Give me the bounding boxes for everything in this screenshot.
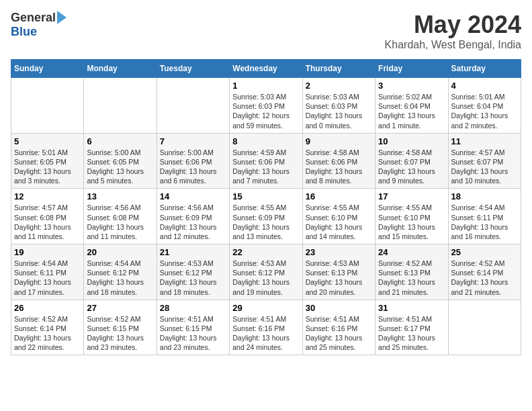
title-section: May 2024 Khardah, West Bengal, India <box>385 11 521 51</box>
day-number: 2 <box>306 81 372 91</box>
cell-sun-info: Sunrise: 4:54 AM Sunset: 6:12 PM Dayligh… <box>87 259 153 297</box>
calendar-cell: 4Sunrise: 5:01 AM Sunset: 6:04 PM Daylig… <box>448 78 521 134</box>
calendar-cell: 3Sunrise: 5:02 AM Sunset: 6:04 PM Daylig… <box>375 78 448 134</box>
calendar-cell: 18Sunrise: 4:54 AM Sunset: 6:11 PM Dayli… <box>448 189 521 244</box>
calendar-header: SundayMondayTuesdayWednesdayThursdayFrid… <box>11 60 521 78</box>
cell-sun-info: Sunrise: 4:53 AM Sunset: 6:12 PM Dayligh… <box>232 259 299 297</box>
calendar-cell: 10Sunrise: 4:58 AM Sunset: 6:07 PM Dayli… <box>375 133 448 189</box>
calendar-cell: 9Sunrise: 4:58 AM Sunset: 6:06 PM Daylig… <box>302 133 375 189</box>
day-number: 26 <box>14 303 81 313</box>
calendar-cell <box>157 78 229 134</box>
cell-sun-info: Sunrise: 4:52 AM Sunset: 6:14 PM Dayligh… <box>14 314 81 353</box>
month-year-title: May 2024 <box>385 11 521 39</box>
calendar-cell: 8Sunrise: 4:59 AM Sunset: 6:06 PM Daylig… <box>230 133 302 189</box>
location-subtitle: Khardah, West Bengal, India <box>385 39 521 51</box>
calendar-cell: 24Sunrise: 4:52 AM Sunset: 6:13 PM Dayli… <box>375 244 448 300</box>
cell-sun-info: Sunrise: 4:54 AM Sunset: 6:11 PM Dayligh… <box>14 259 81 297</box>
cell-sun-info: Sunrise: 4:52 AM Sunset: 6:14 PM Dayligh… <box>451 259 518 297</box>
day-number: 5 <box>14 136 81 146</box>
header-cell-monday: Monday <box>84 60 157 78</box>
calendar-cell: 29Sunrise: 4:51 AM Sunset: 6:16 PM Dayli… <box>230 300 302 355</box>
calendar-cell: 14Sunrise: 4:56 AM Sunset: 6:09 PM Dayli… <box>157 189 229 244</box>
cell-sun-info: Sunrise: 4:57 AM Sunset: 6:08 PM Dayligh… <box>14 203 81 241</box>
cell-sun-info: Sunrise: 5:01 AM Sunset: 6:04 PM Dayligh… <box>451 92 518 130</box>
calendar-cell: 25Sunrise: 4:52 AM Sunset: 6:14 PM Dayli… <box>448 244 521 300</box>
calendar-cell: 7Sunrise: 5:00 AM Sunset: 6:06 PM Daylig… <box>157 133 229 189</box>
day-number: 22 <box>232 247 299 257</box>
calendar-cell <box>84 78 157 134</box>
calendar-cell: 12Sunrise: 4:57 AM Sunset: 6:08 PM Dayli… <box>11 189 84 244</box>
cell-sun-info: Sunrise: 4:51 AM Sunset: 6:16 PM Dayligh… <box>306 314 372 353</box>
calendar-cell: 5Sunrise: 5:01 AM Sunset: 6:05 PM Daylig… <box>11 133 84 189</box>
week-row-3: 12Sunrise: 4:57 AM Sunset: 6:08 PM Dayli… <box>11 189 521 244</box>
cell-sun-info: Sunrise: 4:55 AM Sunset: 6:09 PM Dayligh… <box>232 203 299 241</box>
day-number: 14 <box>160 191 226 201</box>
day-number: 31 <box>378 303 445 313</box>
calendar-cell: 2Sunrise: 5:03 AM Sunset: 6:03 PM Daylig… <box>302 78 375 134</box>
day-number: 16 <box>306 191 372 201</box>
day-number: 7 <box>160 136 226 146</box>
cell-sun-info: Sunrise: 5:01 AM Sunset: 6:05 PM Dayligh… <box>14 148 81 186</box>
header-cell-saturday: Saturday <box>448 60 521 78</box>
calendar-cell: 22Sunrise: 4:53 AM Sunset: 6:12 PM Dayli… <box>230 244 302 300</box>
day-number: 13 <box>87 191 153 201</box>
day-number: 28 <box>160 303 226 313</box>
logo-general: General <box>11 11 56 25</box>
cell-sun-info: Sunrise: 4:51 AM Sunset: 6:15 PM Dayligh… <box>160 314 226 353</box>
calendar-cell: 27Sunrise: 4:52 AM Sunset: 6:15 PM Dayli… <box>84 300 157 355</box>
week-row-4: 19Sunrise: 4:54 AM Sunset: 6:11 PM Dayli… <box>11 244 521 300</box>
header-row: SundayMondayTuesdayWednesdayThursdayFrid… <box>11 60 521 78</box>
header-cell-tuesday: Tuesday <box>157 60 229 78</box>
cell-sun-info: Sunrise: 4:54 AM Sunset: 6:11 PM Dayligh… <box>451 203 518 241</box>
logo-arrow-icon <box>57 11 66 24</box>
logo: General Blue <box>11 11 66 39</box>
calendar-cell: 15Sunrise: 4:55 AM Sunset: 6:09 PM Dayli… <box>230 189 302 244</box>
calendar-table: SundayMondayTuesdayWednesdayThursdayFrid… <box>11 59 521 355</box>
header-cell-sunday: Sunday <box>11 60 84 78</box>
day-number: 30 <box>306 303 372 313</box>
calendar-cell: 11Sunrise: 4:57 AM Sunset: 6:07 PM Dayli… <box>448 133 521 189</box>
day-number: 11 <box>451 136 518 146</box>
day-number: 1 <box>232 81 299 91</box>
calendar-cell: 19Sunrise: 4:54 AM Sunset: 6:11 PM Dayli… <box>11 244 84 300</box>
cell-sun-info: Sunrise: 4:56 AM Sunset: 6:08 PM Dayligh… <box>87 203 153 241</box>
header-cell-thursday: Thursday <box>302 60 375 78</box>
cell-sun-info: Sunrise: 4:52 AM Sunset: 6:13 PM Dayligh… <box>378 259 445 297</box>
day-number: 8 <box>232 136 299 146</box>
week-row-2: 5Sunrise: 5:01 AM Sunset: 6:05 PM Daylig… <box>11 133 521 189</box>
cell-sun-info: Sunrise: 4:53 AM Sunset: 6:13 PM Dayligh… <box>306 259 372 297</box>
day-number: 21 <box>160 247 226 257</box>
calendar-cell: 6Sunrise: 5:00 AM Sunset: 6:05 PM Daylig… <box>84 133 157 189</box>
calendar-cell: 1Sunrise: 5:03 AM Sunset: 6:03 PM Daylig… <box>230 78 302 134</box>
day-number: 17 <box>378 191 445 201</box>
cell-sun-info: Sunrise: 4:55 AM Sunset: 6:10 PM Dayligh… <box>306 203 372 241</box>
logo-blue: Blue <box>11 25 37 39</box>
cell-sun-info: Sunrise: 4:58 AM Sunset: 6:06 PM Dayligh… <box>306 148 372 186</box>
calendar-cell <box>448 300 521 355</box>
day-number: 18 <box>451 191 518 201</box>
calendar-cell: 28Sunrise: 4:51 AM Sunset: 6:15 PM Dayli… <box>157 300 229 355</box>
cell-sun-info: Sunrise: 5:00 AM Sunset: 6:05 PM Dayligh… <box>87 148 153 186</box>
day-number: 27 <box>87 303 153 313</box>
day-number: 20 <box>87 247 153 257</box>
day-number: 9 <box>306 136 372 146</box>
week-row-5: 26Sunrise: 4:52 AM Sunset: 6:14 PM Dayli… <box>11 300 521 355</box>
cell-sun-info: Sunrise: 4:58 AM Sunset: 6:07 PM Dayligh… <box>378 148 445 186</box>
calendar-body: 1Sunrise: 5:03 AM Sunset: 6:03 PM Daylig… <box>11 78 521 355</box>
cell-sun-info: Sunrise: 4:56 AM Sunset: 6:09 PM Dayligh… <box>160 203 226 241</box>
day-number: 4 <box>451 81 518 91</box>
day-number: 25 <box>451 247 518 257</box>
cell-sun-info: Sunrise: 5:00 AM Sunset: 6:06 PM Dayligh… <box>160 148 226 186</box>
page-header: General Blue May 2024 Khardah, West Beng… <box>11 11 521 51</box>
cell-sun-info: Sunrise: 5:02 AM Sunset: 6:04 PM Dayligh… <box>378 92 445 130</box>
cell-sun-info: Sunrise: 5:03 AM Sunset: 6:03 PM Dayligh… <box>232 92 299 130</box>
calendar-cell: 30Sunrise: 4:51 AM Sunset: 6:16 PM Dayli… <box>302 300 375 355</box>
calendar-cell: 16Sunrise: 4:55 AM Sunset: 6:10 PM Dayli… <box>302 189 375 244</box>
day-number: 29 <box>232 303 299 313</box>
cell-sun-info: Sunrise: 4:52 AM Sunset: 6:15 PM Dayligh… <box>87 314 153 353</box>
day-number: 24 <box>378 247 445 257</box>
header-cell-friday: Friday <box>375 60 448 78</box>
cell-sun-info: Sunrise: 4:51 AM Sunset: 6:16 PM Dayligh… <box>232 314 299 353</box>
day-number: 12 <box>14 191 81 201</box>
calendar-cell: 13Sunrise: 4:56 AM Sunset: 6:08 PM Dayli… <box>84 189 157 244</box>
